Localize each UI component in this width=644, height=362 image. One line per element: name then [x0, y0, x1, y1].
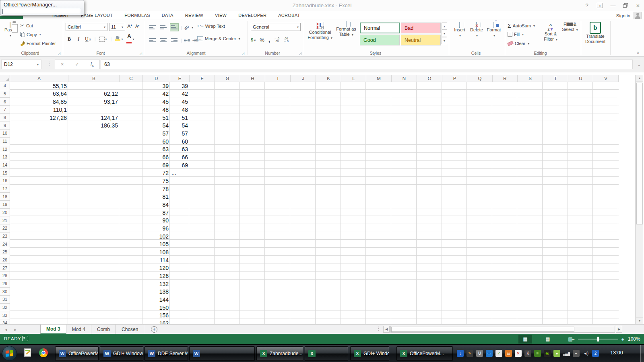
row-header-9[interactable]: 9 — [0, 121, 10, 130]
lan-monitor-icon[interactable]: ≡ — [534, 350, 541, 357]
row-header-34[interactable]: 34 — [0, 319, 10, 324]
cell-D32[interactable]: 150 — [143, 304, 170, 312]
align-center-button[interactable] — [159, 36, 168, 44]
cell-E7[interactable]: 48 — [170, 106, 190, 114]
cell-D5[interactable]: 42 — [143, 90, 170, 98]
number-dialog-launcher[interactable]: ◿ — [299, 51, 301, 56]
sync-flag-icon[interactable]: ✕ — [515, 350, 522, 357]
nvidia-icon[interactable]: ◉ — [544, 350, 551, 357]
underline-button[interactable]: U▾ — [85, 35, 91, 43]
alignment-dialog-launcher[interactable]: ◿ — [242, 51, 244, 56]
cell-B9[interactable]: 186,35 — [68, 121, 120, 130]
column-header-L[interactable]: L — [341, 75, 366, 82]
zoom-out-icon[interactable]: − — [572, 336, 575, 342]
confirm-entry-icon[interactable]: ✓ — [75, 62, 79, 67]
taskbar-button-gdi-window[interactable]: XGDI+ Window — [350, 346, 389, 361]
cell-A5[interactable]: 63,64 — [10, 90, 68, 98]
zoom-slider[interactable] — [578, 339, 618, 339]
cell-D18[interactable]: 81 — [143, 193, 170, 201]
sort-filter-button[interactable]: AZ▼ Sort &Filter ▾ — [541, 22, 560, 42]
row-header-5[interactable]: 5 — [0, 90, 10, 98]
close-button[interactable]: × — [634, 2, 642, 9]
ribbon-tab-data[interactable]: DATA — [162, 13, 173, 18]
row-header-19[interactable]: 19 — [0, 201, 10, 209]
pen-tool-icon[interactable]: ✎ — [466, 350, 473, 357]
styles-scroll-up-icon[interactable]: ▲ — [442, 23, 447, 30]
wrap-text-button[interactable]: ↩≡ Wrap Text — [197, 23, 225, 29]
cell-E13[interactable]: 66 — [170, 153, 190, 161]
decrease-decimal-button[interactable]: .00→.0 — [283, 37, 289, 43]
column-header-C[interactable]: C — [120, 75, 143, 82]
row-header-22[interactable]: 22 — [0, 224, 10, 232]
collapse-ribbon-icon[interactable]: ˄ — [637, 51, 639, 55]
cell-D16[interactable]: 75 — [143, 177, 170, 185]
start-button[interactable] — [2, 346, 17, 361]
column-header-J[interactable]: J — [291, 75, 316, 82]
row-header-30[interactable]: 30 — [0, 288, 10, 296]
insert-cells-button[interactable]: ← Insert▾ — [452, 23, 468, 38]
row-header-18[interactable]: 18 — [0, 193, 10, 201]
cell-D19[interactable]: 84 — [143, 201, 170, 209]
fill-color-button[interactable]: ▾ — [115, 35, 123, 43]
column-header-I[interactable]: I — [265, 75, 291, 82]
horizontal-scrollbar[interactable]: ◀ ▶ — [383, 326, 623, 333]
styles-scroll-down-icon[interactable]: ▼ — [442, 30, 447, 37]
namebox-splitter[interactable]: ⋮ — [47, 61, 52, 66]
zoom-level[interactable]: 100% — [628, 336, 640, 342]
cell-D12[interactable]: 63 — [143, 145, 170, 153]
taskbar-button-zahnradbude[interactable]: XZahnradbude.... — [256, 346, 303, 361]
top-align-button[interactable] — [148, 23, 157, 31]
network-tool-icon[interactable]: ↕ — [457, 350, 464, 357]
cell-E12[interactable]: 63 — [170, 145, 190, 153]
notepad-icon[interactable] — [24, 348, 31, 357]
ribbon-tab-review[interactable]: REVIEW — [185, 13, 203, 18]
horizontal-scroll-track[interactable] — [390, 326, 615, 333]
cancel-entry-icon[interactable]: × — [61, 62, 64, 67]
row-header-25[interactable]: 25 — [0, 248, 10, 256]
comma-style-button[interactable]: , — [268, 36, 270, 43]
sheet-prev-icon[interactable]: ◂ — [5, 327, 7, 332]
taskbar-button-excel-5[interactable]: X — [305, 346, 348, 361]
cell-D10[interactable]: 57 — [143, 130, 170, 138]
cell-D4[interactable]: 39 — [143, 82, 170, 90]
select-all-corner[interactable] — [0, 75, 10, 82]
cell-D15[interactable]: 72 — [143, 169, 170, 177]
app-2-icon[interactable]: 2 — [592, 350, 599, 357]
ribbon-tab-developer[interactable]: DEVELOPER — [238, 13, 266, 18]
column-header-A[interactable]: A — [10, 75, 68, 82]
cell-style-good[interactable]: Good — [360, 35, 400, 45]
scroll-left-icon[interactable]: ◀ — [383, 326, 390, 333]
tab-scroll-splitter[interactable]: ⋮ — [376, 325, 381, 331]
sheet-next-icon[interactable]: ▸ — [14, 327, 17, 332]
cell-D26[interactable]: 114 — [143, 256, 170, 264]
cell-E9[interactable]: 54 — [170, 121, 190, 130]
cell-D28[interactable]: 126 — [143, 272, 170, 280]
cell-E6[interactable]: 45 — [170, 98, 190, 106]
font-color-button[interactable]: A▾ — [126, 35, 134, 43]
row-header-20[interactable]: 20 — [0, 209, 10, 217]
expand-formula-bar-icon[interactable]: ⌄ — [638, 62, 641, 67]
orientation-button[interactable]: ab — [183, 24, 190, 31]
column-header-N[interactable]: N — [392, 75, 417, 82]
cell-B6[interactable]: 93,17 — [68, 98, 120, 106]
cell-A8[interactable]: 127,28 — [10, 114, 68, 122]
input-device-icon[interactable]: K — [524, 350, 531, 357]
row-header-31[interactable]: 31 — [0, 296, 10, 304]
zoom-in-icon[interactable]: + — [621, 336, 625, 342]
show-desktop-button[interactable] — [640, 345, 644, 362]
row-header-28[interactable]: 28 — [0, 272, 10, 280]
font-name-combo[interactable]: Calibri▾ — [66, 23, 107, 31]
column-header-M[interactable]: M — [366, 75, 392, 82]
signal-bars-icon[interactable]: ▂▄▆ — [563, 350, 570, 357]
column-header-H[interactable]: H — [240, 75, 265, 82]
row-header-17[interactable]: 17 — [0, 185, 10, 193]
cell-E14[interactable]: 69 — [170, 161, 190, 169]
ribbon-tab-view[interactable]: VIEW — [215, 13, 227, 18]
restore-button[interactable] — [623, 3, 628, 8]
cell-D25[interactable]: 108 — [143, 248, 170, 256]
sheet-tab-mod-3[interactable]: Mod 3 — [40, 325, 66, 334]
bottom-align-button[interactable] — [170, 23, 179, 31]
clock[interactable]: 13:00 — [605, 350, 629, 356]
cell-D22[interactable]: 96 — [143, 224, 170, 232]
find-select-button[interactable]: Find &Select ▾ — [561, 22, 579, 33]
